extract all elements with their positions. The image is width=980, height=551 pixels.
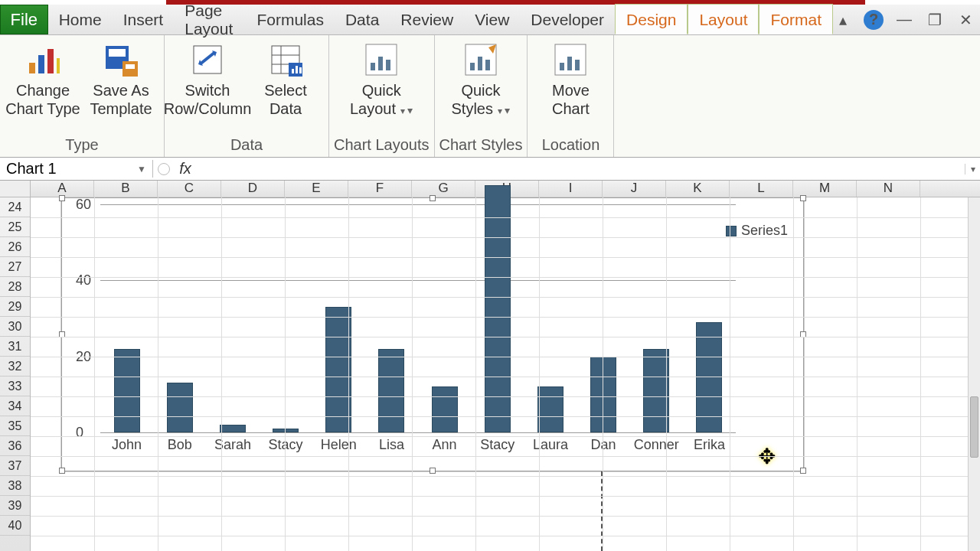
tab-developer[interactable]: Developer [520, 5, 615, 34]
tab-insert[interactable]: Insert [113, 5, 175, 34]
col-header-N[interactable]: N [857, 181, 920, 197]
row-header-38[interactable]: 38 [0, 476, 30, 496]
x-label-7: Stacy [480, 437, 514, 453]
tab-format[interactable]: Format [759, 4, 833, 34]
tab-view[interactable]: View [464, 5, 520, 34]
fx-icon[interactable]: fx [170, 160, 201, 178]
ribbon-minimize-icon[interactable]: ▴ [833, 10, 853, 30]
row-header-35[interactable]: 35 [0, 416, 30, 436]
svg-rect-1 [38, 55, 44, 73]
row-header-29[interactable]: 29 [0, 297, 30, 317]
col-header-F[interactable]: F [348, 181, 412, 197]
chart-resize-handle[interactable] [800, 195, 806, 201]
row-header-25[interactable]: 25 [0, 217, 30, 237]
worksheet-grid[interactable]: ABCDEFGHIJKLMN 2425262728293031323334353… [0, 181, 980, 551]
row-header-24[interactable]: 24 [0, 197, 30, 217]
row-header-39[interactable]: 39 [0, 496, 30, 516]
change-chart-type-label: ChangeChart Type [5, 81, 80, 118]
col-header-C[interactable]: C [158, 181, 221, 197]
select-all-corner[interactable] [0, 181, 31, 197]
col-header-E[interactable]: E [285, 181, 348, 197]
row-header-26[interactable]: 26 [0, 237, 30, 257]
chart-resize-handle[interactable] [800, 468, 806, 474]
name-box[interactable]: Chart 1 ▼ [0, 160, 153, 178]
bar-bob-1[interactable] [167, 383, 193, 432]
window-close-icon[interactable]: ✕ [956, 10, 975, 30]
tab-review[interactable]: Review [390, 5, 464, 34]
bar-stacy-3[interactable] [273, 429, 299, 432]
name-box-dropdown-icon[interactable]: ▼ [137, 164, 146, 174]
cancel-icon[interactable] [158, 163, 170, 175]
col-header-A[interactable]: A [31, 181, 94, 197]
col-header-J[interactable]: J [603, 181, 666, 197]
name-box-value: Chart 1 [6, 160, 57, 178]
tab-formulas[interactable]: Formulas [246, 5, 335, 34]
bar-stacy-7[interactable] [485, 185, 511, 432]
row-header-28[interactable]: 28 [0, 277, 30, 297]
move-chart-button[interactable]: MoveChart [532, 38, 609, 135]
col-header-L[interactable]: L [730, 181, 793, 197]
chart-resize-handle[interactable] [430, 195, 436, 201]
switch-row-column-button[interactable]: SwitchRow/Column [169, 38, 246, 135]
window-restore-icon[interactable]: ❐ [925, 10, 945, 30]
col-header-B[interactable]: B [94, 181, 158, 197]
save-as-template-button[interactable]: Save AsTemplate [83, 38, 159, 135]
chart-plot-area[interactable] [100, 204, 736, 432]
row-header-32[interactable]: 32 [0, 357, 30, 377]
chart-resize-handle[interactable] [59, 195, 65, 201]
cells-area[interactable]: Series1 0204060JohnBobSarahStacyHelenLis… [31, 197, 968, 551]
y-tick-40: 40 [76, 272, 91, 289]
tab-data[interactable]: Data [335, 5, 390, 34]
tab-layout[interactable]: Layout [688, 4, 759, 34]
vertical-scrollbar[interactable] [968, 197, 980, 551]
col-header-M[interactable]: M [793, 181, 857, 197]
chart-legend[interactable]: Series1 [726, 223, 788, 239]
bar-ann-6[interactable] [432, 386, 458, 432]
scroll-thumb[interactable] [970, 396, 978, 458]
quick-layout-button[interactable]: QuickLayout ▾ [343, 38, 420, 135]
chart-resize-handle[interactable] [59, 468, 65, 474]
file-tab[interactable]: File [0, 5, 48, 34]
formula-input[interactable] [201, 158, 965, 180]
y-tick-60: 60 [76, 197, 91, 213]
row-header-27[interactable]: 27 [0, 257, 30, 277]
tab-design[interactable]: Design [615, 4, 688, 34]
quick-styles-icon [462, 41, 499, 78]
col-header-I[interactable]: I [539, 181, 603, 197]
bar-john-0[interactable] [114, 349, 140, 432]
row-header-40[interactable]: 40 [0, 516, 30, 536]
col-header-D[interactable]: D [221, 181, 285, 197]
select-data-button[interactable]: SelectData [247, 38, 324, 135]
col-header-G[interactable]: G [412, 181, 475, 197]
svg-rect-3 [57, 58, 60, 73]
window-minimize-icon[interactable]: — [894, 10, 914, 30]
chart-object[interactable]: Series1 0204060JohnBobSarahStacyHelenLis… [61, 197, 804, 471]
quick-styles-button[interactable]: QuickStyles ▾ [443, 38, 519, 135]
row-header-37[interactable]: 37 [0, 456, 30, 476]
row-header-36[interactable]: 36 [0, 436, 30, 456]
svg-rect-28 [575, 60, 580, 70]
formula-bar-expand-icon[interactable]: ▾ [965, 164, 980, 174]
bar-lisa-5[interactable] [378, 349, 404, 432]
row-header-33[interactable]: 33 [0, 377, 30, 396]
move-chart-icon [552, 41, 589, 78]
row-header-34[interactable]: 34 [0, 396, 30, 416]
svg-rect-15 [296, 66, 298, 73]
ribbon-group-chart-styles: QuickStyles ▾Chart Styles [435, 35, 528, 157]
chart-resize-handle[interactable] [430, 468, 436, 474]
row-header-30[interactable]: 30 [0, 317, 30, 337]
help-icon[interactable]: ? [864, 10, 884, 30]
bar-dan-9[interactable] [590, 357, 616, 432]
quick-layout-icon [363, 41, 400, 78]
row-headers: 2425262728293031323334353637383940 [0, 197, 31, 551]
bar-laura-8[interactable] [537, 386, 564, 432]
col-header-K[interactable]: K [666, 181, 730, 197]
tab-page-layout[interactable]: Page Layout [174, 5, 246, 34]
row-header-31[interactable]: 31 [0, 337, 30, 357]
bar-sarah-2[interactable] [220, 425, 246, 432]
tab-home[interactable]: Home [48, 5, 113, 34]
svg-rect-0 [29, 63, 35, 73]
svg-rect-23 [478, 57, 482, 70]
svg-rect-22 [470, 63, 475, 70]
change-chart-type-button[interactable]: ChangeChart Type [5, 38, 81, 135]
